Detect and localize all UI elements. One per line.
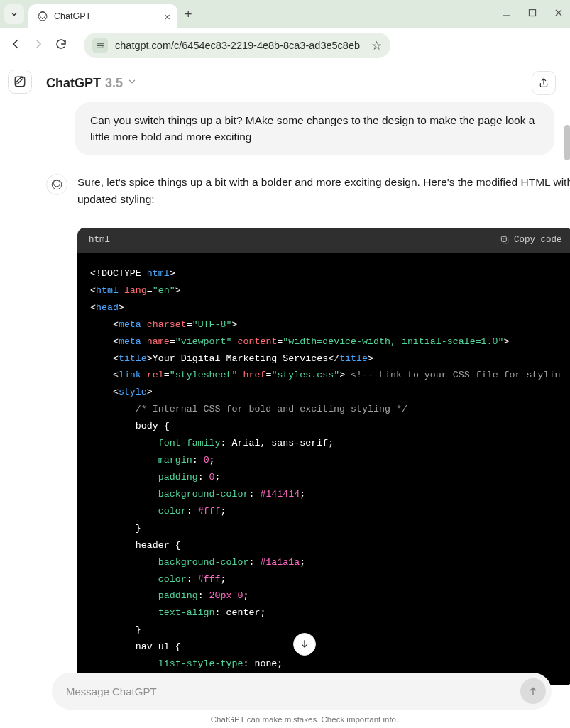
browser-menu-dropdown[interactable]: [4, 4, 24, 24]
assistant-message: Sure, let's spice things up a bit with a…: [77, 174, 570, 685]
message-input[interactable]: [66, 685, 520, 697]
browser-tab[interactable]: ChatGPT ×: [28, 4, 177, 28]
svg-rect-6: [503, 238, 508, 243]
minimize-icon[interactable]: [502, 7, 510, 20]
new-chat-button[interactable]: [8, 70, 32, 94]
composer[interactable]: [52, 673, 552, 710]
code-block: html Copy code <!DOCTYPE html> <html lan…: [77, 228, 570, 685]
scrollbar[interactable]: [564, 125, 570, 160]
reload-button[interactable]: [54, 38, 68, 53]
assistant-avatar: [46, 174, 67, 195]
scroll-down-button[interactable]: [293, 633, 316, 656]
chevron-down-icon[interactable]: [127, 77, 137, 89]
bookmark-star-icon[interactable]: ☆: [371, 38, 382, 53]
svg-rect-2: [530, 10, 536, 16]
user-message: Can you switch things up a bit? MAke som…: [75, 102, 554, 155]
share-button[interactable]: [532, 71, 556, 95]
model-name[interactable]: ChatGPT: [46, 76, 101, 91]
site-settings-icon[interactable]: [92, 38, 108, 53]
tab-title: ChatGPT: [54, 11, 91, 21]
openai-favicon: [37, 11, 48, 22]
svg-rect-7: [501, 237, 506, 242]
close-tab-icon[interactable]: ×: [164, 11, 170, 23]
model-version: 3.5: [105, 76, 123, 91]
footer-disclaimer: ChatGPT can make mistakes. Check importa…: [39, 715, 570, 724]
maximize-icon[interactable]: [528, 7, 537, 20]
copy-code-button[interactable]: Copy code: [500, 233, 562, 247]
back-button[interactable]: [9, 38, 23, 53]
address-bar[interactable]: chatgpt.com/c/6454ec83-2219-4e8b-8ca3-ad…: [84, 33, 390, 58]
code-lang-label: html: [89, 233, 110, 247]
new-tab-button[interactable]: +: [185, 7, 192, 22]
forward-button: [31, 38, 45, 53]
close-window-icon[interactable]: [554, 7, 563, 20]
send-button[interactable]: [520, 678, 546, 704]
url-text: chatgpt.com/c/6454ec83-2219-4e8b-8ca3-ad…: [115, 40, 360, 51]
svg-point-3: [102, 45, 103, 46]
